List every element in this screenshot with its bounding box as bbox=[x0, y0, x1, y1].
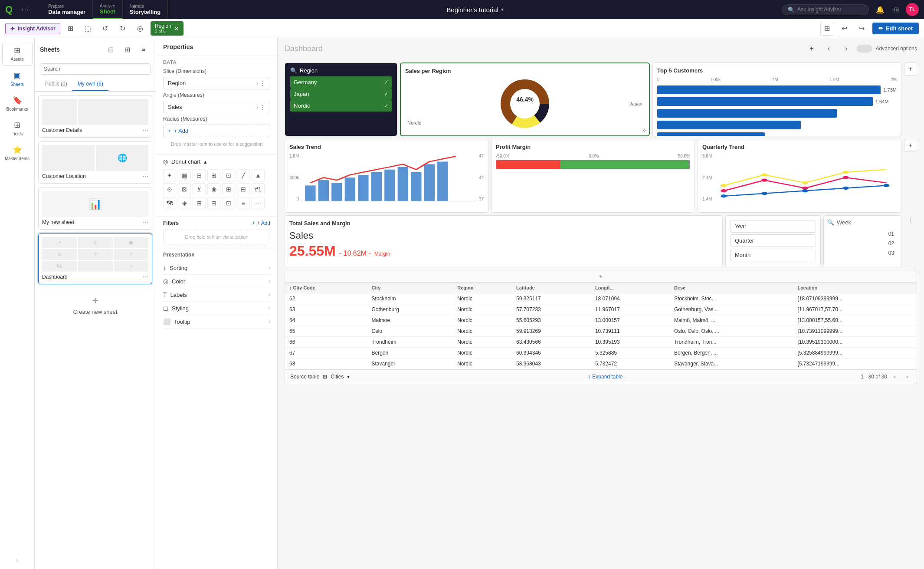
sidebar-item-fields[interactable]: ⊞ Fields bbox=[2, 117, 33, 140]
tab-public[interactable]: Public (0) bbox=[40, 77, 72, 91]
viz-icon-stacked[interactable]: ⊟ bbox=[193, 169, 206, 181]
viz-icon-area[interactable]: ▲ bbox=[252, 169, 265, 181]
scroll-handle[interactable]: | bbox=[910, 217, 911, 223]
viz-icon-heatmap[interactable]: ⊠ bbox=[178, 183, 191, 195]
advanced-options-toggle[interactable]: Advanced options bbox=[857, 45, 917, 53]
th-latitude[interactable]: Latitude bbox=[512, 283, 591, 293]
nav-dots-menu[interactable]: ⋯ bbox=[20, 3, 31, 16]
viz-icon-waterfall[interactable]: ⊟ bbox=[207, 197, 220, 209]
prev-page-button[interactable]: ‹ bbox=[891, 372, 899, 381]
list-sheets-button[interactable]: ≡ bbox=[137, 43, 151, 56]
th-city-code[interactable]: ↕ City Code bbox=[285, 283, 367, 293]
viz-icon-dist[interactable]: ≡ bbox=[237, 197, 250, 209]
sheet-card-customer-location[interactable]: 🌐 Customer Location ⋯ bbox=[38, 141, 152, 184]
viz-icon-funnel[interactable]: ⊻ bbox=[193, 183, 206, 195]
viz-icon-bar[interactable]: ▦ bbox=[178, 169, 191, 181]
insight-search-bar[interactable]: 🔍 bbox=[782, 4, 869, 15]
nav-analyze[interactable]: Analyze Sheet bbox=[93, 0, 123, 19]
viz-icon-pie[interactable]: ⊙ bbox=[163, 183, 176, 195]
th-city[interactable]: City bbox=[367, 283, 453, 293]
side-add-button[interactable]: + bbox=[904, 62, 917, 76]
sheet-more-button[interactable]: ⋯ bbox=[142, 173, 148, 180]
viz-icon-magic[interactable]: ✦ bbox=[163, 169, 176, 181]
toggle-switch[interactable] bbox=[857, 45, 872, 53]
th-location[interactable]: Location bbox=[793, 283, 917, 293]
table-add-row-button[interactable]: + bbox=[285, 270, 917, 283]
sidebar-item-assets[interactable]: ⊞ Assets bbox=[2, 42, 33, 66]
sorting-row[interactable]: ↕ Sorting › bbox=[163, 261, 270, 275]
region-tag-close[interactable]: ✕ bbox=[174, 25, 179, 32]
insight-search-input[interactable] bbox=[797, 7, 863, 13]
sidebar-item-sheets[interactable]: ▣ Sheets bbox=[2, 67, 33, 90]
th-desc[interactable]: Desc bbox=[670, 283, 793, 293]
dropdown-chevron[interactable]: ▾ bbox=[347, 374, 350, 380]
toolbar-icon-5[interactable]: ◎ bbox=[133, 22, 147, 36]
color-row[interactable]: ◎ Color › bbox=[163, 275, 270, 288]
toolbar-icon-3[interactable]: ↺ bbox=[98, 22, 112, 36]
nav-prepare[interactable]: Prepare Data manager bbox=[41, 0, 93, 19]
viz-icon-scatter[interactable]: ⊡ bbox=[222, 169, 235, 181]
add-widget-button[interactable]: + bbox=[805, 42, 819, 56]
viz-icon-map[interactable]: 🗺 bbox=[163, 197, 176, 209]
tab-my-own[interactable]: My own (6) bbox=[72, 77, 108, 91]
viz-icon-gauge[interactable]: ◉ bbox=[207, 183, 220, 195]
region-japan[interactable]: Japan ✓ bbox=[290, 88, 392, 100]
viz-icon-treemap[interactable]: ⊞ bbox=[193, 197, 206, 209]
week-item-03[interactable]: 03 bbox=[827, 248, 898, 258]
region-selection-tag[interactable]: Region 3 of 6 ✕ bbox=[151, 21, 183, 36]
resize-handle[interactable]: ⊹ bbox=[642, 127, 647, 134]
undo-button[interactable]: ↩ bbox=[838, 22, 852, 36]
viz-icon-kpi[interactable]: #1 bbox=[252, 183, 265, 195]
tooltip-row[interactable]: ⬜ Tooltip › bbox=[163, 315, 270, 329]
sheet-more-button[interactable]: ⋯ bbox=[142, 127, 148, 134]
week-item-02[interactable]: 02 bbox=[827, 239, 898, 248]
grid-view-button[interactable]: ⊞ bbox=[820, 22, 834, 36]
toolbar-icon-1[interactable]: ⊞ bbox=[64, 22, 78, 36]
sheets-search-input[interactable] bbox=[40, 63, 151, 75]
labels-row[interactable]: T Labels › bbox=[163, 288, 270, 302]
viz-type-selector[interactable]: ◎ Donut chart ▴ bbox=[163, 158, 207, 165]
sheet-card-dashboard[interactable]: ↗ ◎ ▦ ⊡ ↺ ↗ #1 ↗ Dashboard ⋯ bbox=[38, 233, 152, 284]
angle-field-row[interactable]: Sales › ⋮ bbox=[163, 101, 270, 113]
sheet-more-button[interactable]: ⋯ bbox=[142, 273, 148, 280]
slice-field-row[interactable]: Region › ⋮ bbox=[163, 77, 270, 89]
sidebar-item-bookmarks[interactable]: 🔖 Bookmarks bbox=[2, 92, 33, 115]
th-longitude[interactable]: Longit... bbox=[591, 283, 670, 293]
styling-row[interactable]: ◻ Styling › bbox=[163, 302, 270, 315]
region-nordic[interactable]: Nordic ✓ bbox=[290, 100, 392, 112]
add-radius-button[interactable]: + + Add bbox=[163, 125, 270, 137]
user-avatar[interactable]: TL bbox=[906, 3, 919, 16]
viz-icon-boxplot[interactable]: ⊡ bbox=[222, 197, 235, 209]
toolbar-icon-4[interactable]: ↻ bbox=[116, 22, 130, 36]
expand-table-button[interactable]: ↕ Expand table bbox=[588, 374, 623, 380]
filters-add-button[interactable]: + + Add bbox=[252, 220, 270, 226]
year-filter[interactable]: Year bbox=[730, 220, 816, 233]
th-region[interactable]: Region bbox=[453, 283, 512, 293]
insight-advisor-button[interactable]: ✦ Insight Advisor bbox=[5, 23, 60, 34]
viz-icon-line[interactable]: ╱ bbox=[237, 169, 250, 181]
viz-icon-network[interactable]: ◈ bbox=[178, 197, 191, 209]
prev-page-button[interactable]: ‹ bbox=[822, 42, 836, 56]
grid-apps-icon[interactable]: ⊞ bbox=[891, 4, 901, 16]
create-new-sheet-button[interactable]: + Create new sheet bbox=[38, 288, 152, 322]
expand-sheets-button[interactable]: ⊡ bbox=[104, 43, 118, 56]
sheet-more-button[interactable]: ⋯ bbox=[142, 219, 148, 226]
notification-icon[interactable]: 🔔 bbox=[874, 4, 886, 16]
viz-icon-combo[interactable]: ⊞ bbox=[207, 169, 220, 181]
viz-icon-pivot[interactable]: ⊟ bbox=[237, 183, 250, 195]
sheet-card-customer-details[interactable]: Customer Details ⋯ bbox=[38, 95, 152, 138]
app-title[interactable]: Beginner's tutorial ▾ bbox=[446, 6, 504, 13]
viz-icon-more[interactable]: ⋯ bbox=[252, 197, 265, 209]
region-germany[interactable]: Germany ✓ bbox=[290, 76, 392, 88]
nav-narrate[interactable]: Narrate Storytelling bbox=[123, 0, 168, 19]
side-add-button-2[interactable]: + bbox=[904, 139, 917, 152]
week-item-01[interactable]: 01 bbox=[827, 229, 898, 239]
sheet-card-new-sheet[interactable]: 📊 My new sheet ⋯ bbox=[38, 187, 152, 230]
redo-button[interactable]: ↪ bbox=[855, 22, 869, 36]
next-page-button[interactable]: › bbox=[903, 372, 911, 381]
edit-sheet-button[interactable]: ✏ Edit sheet bbox=[872, 23, 919, 34]
sidebar-collapse-button[interactable]: ← bbox=[2, 554, 33, 566]
grid-sheets-button[interactable]: ⊞ bbox=[120, 43, 134, 56]
next-page-button[interactable]: › bbox=[839, 42, 853, 56]
viz-icon-table[interactable]: ⊞ bbox=[222, 183, 235, 195]
